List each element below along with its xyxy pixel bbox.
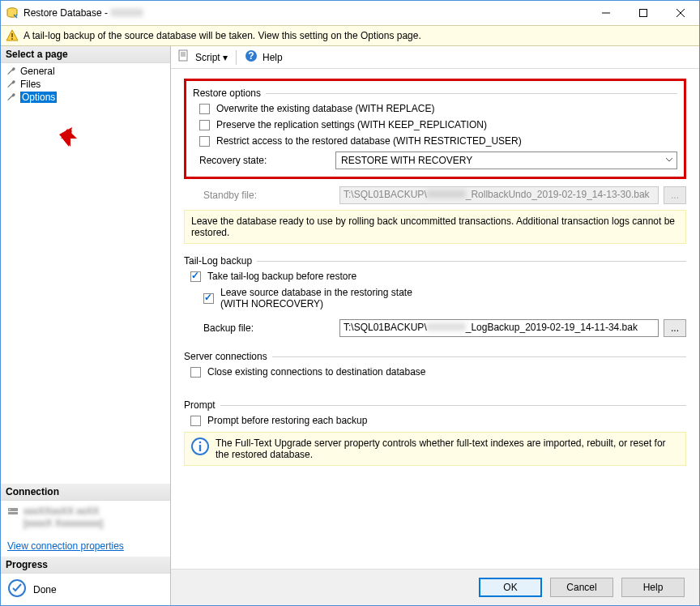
standby-browse-button: ... [664, 186, 686, 204]
view-connection-properties-link[interactable]: View connection properties [1, 536, 170, 557]
cancel-button[interactable]: Cancel [550, 578, 613, 597]
restrict-checkbox[interactable] [199, 136, 210, 147]
help-button[interactable]: Help [621, 578, 685, 597]
take-taillog-checkbox[interactable] [190, 271, 201, 282]
select-page-header: Select a page [1, 46, 170, 63]
close-existing-checkbox[interactable] [190, 367, 201, 378]
chevron-down-icon: ▾ [223, 52, 228, 63]
restrict-label: Restrict access to the restored database… [216, 135, 522, 147]
connection-block: xxxXXxxXX xxXX [xxxxX Xxxxxxxxx] [1, 501, 170, 536]
nav-item-options[interactable]: Options [2, 91, 169, 104]
prompt-before-checkbox[interactable] [190, 416, 201, 426]
svg-rect-22 [199, 445, 201, 451]
warning-icon [6, 29, 19, 42]
svg-rect-2 [640, 10, 647, 17]
script-icon [177, 49, 190, 65]
right-column: Script ▾ ? Help Restore options Overwrit… [171, 46, 699, 605]
server-connections-legend: Server connections [184, 351, 267, 362]
window-title: Restore Database - XXXXX [23, 7, 587, 19]
minimize-button[interactable] [587, 1, 625, 25]
recovery-note: Leave the database ready to use by rolli… [191, 216, 679, 238]
content-area: Restore options Overwrite the existing d… [171, 69, 699, 569]
progress-row: Done [1, 574, 170, 605]
svg-point-21 [199, 442, 202, 444]
warning-text: A tail-log backup of the source database… [23, 30, 421, 41]
nav-label: Options [20, 92, 57, 103]
ok-button[interactable]: OK [479, 578, 542, 597]
wrench-icon [6, 66, 17, 77]
close-button[interactable] [662, 1, 699, 25]
svg-point-12 [9, 509, 11, 510]
svg-rect-11 [8, 512, 18, 514]
prompt-legend: Prompt [184, 399, 216, 411]
nav-label: Files [20, 79, 41, 90]
backup-file-label: Backup file: [203, 322, 339, 334]
button-bar: OK Cancel Help [171, 569, 699, 605]
prompt-before-label: Prompt before restoring each backup [207, 415, 367, 426]
backup-file-browse-button[interactable]: ... [664, 319, 686, 337]
preserve-label: Preserve the replication settings (WITH … [216, 119, 487, 130]
recovery-state-label: Recovery state: [199, 155, 335, 166]
warning-bar: A tail-log backup of the source database… [1, 25, 699, 46]
overwrite-checkbox[interactable] [199, 104, 210, 114]
connection-header: Connection [1, 484, 170, 501]
leave-restoring-checkbox[interactable] [203, 293, 214, 304]
take-taillog-label: Take tail-log backup before restore [207, 271, 356, 282]
maximize-button[interactable] [625, 1, 662, 25]
wrench-icon [6, 79, 17, 90]
window-buttons [587, 1, 699, 25]
help-icon: ? [245, 49, 258, 65]
svg-point-6 [11, 38, 13, 40]
wrench-icon [6, 92, 17, 103]
toolbar: Script ▾ ? Help [171, 46, 699, 69]
info-icon [191, 437, 209, 455]
leave-restoring-label: Leave source database in the restoring s… [220, 287, 412, 309]
progress-header: Progress [1, 557, 170, 574]
connection-server: xxxXXxxXX xxXX [23, 506, 103, 519]
close-existing-label: Close existing connections to destinatio… [207, 366, 426, 378]
standby-file-input: T:\SQL01BACKUP\XXXXXX_RollbackUndo_2019-… [339, 186, 659, 204]
standby-file-label: Standby file: [203, 190, 339, 201]
fulltext-note: The Full-Text Upgrade server property co… [216, 437, 679, 460]
overwrite-label: Overwrite the existing database (WITH RE… [216, 103, 434, 114]
backup-file-input[interactable]: T:\SQL01BACKUP\XXXXXX_LogBackup_2019-02-… [339, 319, 659, 337]
script-dropdown[interactable]: Script ▾ [195, 52, 228, 63]
svg-text:?: ? [248, 50, 254, 62]
main-row: Select a page General Files Options [1, 46, 699, 605]
taillog-legend: Tail-Log backup [184, 255, 252, 267]
app-icon [6, 6, 19, 19]
restore-database-window: Restore Database - XXXXX A tail-log back… [0, 0, 700, 606]
restore-options-legend: Restore options [193, 87, 261, 99]
titlebar: Restore Database - XXXXX [1, 1, 699, 25]
highlighted-region: Restore options Overwrite the existing d… [184, 79, 686, 179]
nav-label: General [20, 66, 55, 77]
done-icon [7, 578, 27, 600]
page-nav: General Files Options [1, 63, 170, 105]
help-button[interactable]: Help [262, 52, 283, 63]
nav-item-files[interactable]: Files [2, 78, 169, 91]
nav-item-general[interactable]: General [2, 65, 169, 78]
recovery-state-combo[interactable]: RESTORE WITH RECOVERY [335, 152, 677, 169]
server-icon [7, 506, 19, 519]
left-column: Select a page General Files Options [1, 46, 171, 605]
preserve-checkbox[interactable] [199, 120, 210, 130]
connection-user: [xxxxX Xxxxxxxxx] [23, 518, 103, 531]
progress-status: Done [33, 584, 57, 595]
